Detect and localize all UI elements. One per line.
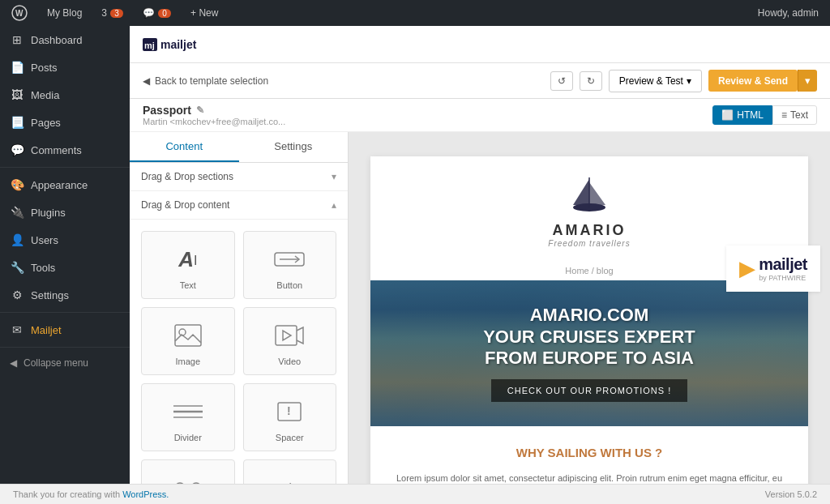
content-item-text[interactable]: AI Text <box>141 231 235 299</box>
left-panel: Content Settings Drag & Drop sections ▾ … <box>130 132 349 504</box>
svg-marker-24 <box>573 179 589 205</box>
hero-cta-button[interactable]: CHECK OUT OUR PROMOTIONS ! <box>491 379 687 402</box>
posts-icon: 📄 <box>10 60 24 75</box>
edit-title-icon[interactable]: ✎ <box>196 105 204 116</box>
content-item-video[interactable]: Video <box>243 307 337 375</box>
review-send-button[interactable]: Review & Send <box>708 70 798 92</box>
comments[interactable]: 💬 0 <box>138 0 176 26</box>
sidebar-item-settings[interactable]: ⚙ Settings <box>0 281 130 309</box>
content-items-grid: AI Text Button <box>130 220 348 504</box>
content-item-button[interactable]: Button <box>243 231 337 299</box>
site-name[interactable]: My Blog <box>42 0 87 26</box>
users-icon: 👤 <box>10 233 24 247</box>
sidebar: ⊞ Dashboard 📄 Posts 🖼 Media 📃 Pages 💬 Co… <box>0 26 130 504</box>
footer-version: Version 5.0.2 <box>765 489 817 499</box>
collapse-menu-button[interactable]: ◀ Collapse menu <box>0 351 130 375</box>
svg-text:mj: mj <box>144 41 155 50</box>
page-footer: Thank you for creating with WordPress. V… <box>130 484 830 504</box>
hero-line3: FROM EUROPE TO ASIA <box>483 348 695 369</box>
back-to-template-button[interactable]: ◀ Back to template selection <box>143 75 268 87</box>
media-icon: 🖼 <box>10 88 24 102</box>
text-view-icon: ≡ <box>781 109 787 121</box>
tab-content[interactable]: Content <box>130 132 239 162</box>
sidebar-item-tools[interactable]: 🔧 Tools <box>0 254 130 281</box>
editor-body: Content Settings Drag & Drop sections ▾ … <box>130 132 830 504</box>
undo-button[interactable]: ↺ <box>550 71 573 91</box>
sidebar-item-users[interactable]: 👤 Users <box>0 226 130 254</box>
email-preview: AMARIO Freedom travellers Home / blog AM… <box>370 156 808 504</box>
mailjet-header: mj mailjet <box>130 26 830 63</box>
appearance-icon: 🎨 <box>10 177 24 192</box>
video-block-icon <box>274 321 305 350</box>
redo-button[interactable]: ↻ <box>580 71 602 91</box>
svg-rect-9 <box>276 326 297 345</box>
sidebar-separator-2 <box>0 312 130 313</box>
sidebar-item-posts[interactable]: 📄 Posts <box>0 53 130 81</box>
tab-html[interactable]: ⬜ HTML <box>712 105 772 125</box>
campaign-subtitle: Martin <mkochev+free@mailjet.co... <box>143 117 285 126</box>
review-send-dropdown-button[interactable]: ▾ <box>798 70 817 92</box>
editor-toolbar: ◀ Back to template selection ↺ ↻ Preview… <box>130 63 830 99</box>
divider-block-icon <box>172 397 204 426</box>
drag-drop-sections-header[interactable]: Drag & Drop sections ▾ <box>130 163 348 191</box>
sidebar-separator-3 <box>0 347 130 348</box>
mailjet-watermark: ▶ mailjet by PATHWIRE <box>726 246 820 292</box>
campaign-info-left: Passport ✎ Martin <mkochev+free@mailjet.… <box>143 104 285 126</box>
brand-name: AMARIO <box>370 222 808 239</box>
toolbar-right: ↺ ↻ Preview & Test ▾ Review & Send ▾ <box>550 70 817 92</box>
admin-bar: W My Blog 3 3 💬 0 + New Howdy, admin <box>0 0 830 26</box>
comments-icon: 💬 <box>10 143 24 157</box>
dashboard-icon: ⊞ <box>10 32 24 47</box>
comments-badge: 0 <box>158 9 171 18</box>
svg-rect-7 <box>175 325 201 346</box>
footer-left: Thank you for creating with WordPress. <box>130 489 169 499</box>
sidebar-item-comments[interactable]: 💬 Comments <box>0 136 130 164</box>
main-content: mj mailjet ◀ Back to template selection … <box>130 26 830 504</box>
sidebar-separator-1 <box>0 167 130 168</box>
collapse-arrow-icon: ◀ <box>10 357 17 369</box>
tools-icon: 🔧 <box>10 260 24 275</box>
plugins-icon: 🔌 <box>10 205 24 220</box>
hero-line2: YOUR CRUISES EXPERT <box>483 327 695 348</box>
wp-logo[interactable]: W <box>6 0 32 26</box>
preview-test-button[interactable]: Preview & Test ▾ <box>609 70 702 92</box>
wordpress-link[interactable]: WordPress. <box>130 489 169 499</box>
tab-settings[interactable]: Settings <box>239 132 349 162</box>
sidebar-item-dashboard[interactable]: ⊞ Dashboard <box>0 26 130 53</box>
updates[interactable]: 3 3 <box>96 0 128 26</box>
hero-line1: AMARIO.COM <box>483 305 695 326</box>
mj-arrow-icon: ▶ <box>739 258 754 280</box>
campaign-title: Passport ✎ <box>143 104 285 117</box>
sidebar-item-media[interactable]: 🖼 Media <box>0 81 130 109</box>
view-tabs: ⬜ HTML ≡ Text <box>712 105 817 125</box>
updates-badge: 3 <box>110 9 123 18</box>
sidebar-item-appearance[interactable]: 🎨 Appearance <box>0 171 130 199</box>
svg-point-8 <box>179 329 186 335</box>
boat-logo <box>565 176 614 219</box>
sections-chevron-icon: ▾ <box>332 171 336 182</box>
sidebar-item-plugins[interactable]: 🔌 Plugins <box>0 199 130 226</box>
why-title: WHY SAILING WITH US ? <box>396 446 782 459</box>
sidebar-item-mailjet[interactable]: ✉ Mailjet <box>0 316 130 344</box>
svg-marker-25 <box>589 182 605 205</box>
back-arrow-icon: ◀ <box>143 75 150 87</box>
sidebar-item-pages[interactable]: 📃 Pages <box>0 109 130 136</box>
tab-text[interactable]: ≡ Text <box>772 105 817 125</box>
content-item-image[interactable]: Image <box>141 307 235 375</box>
svg-text:!: ! <box>287 404 291 417</box>
mj-pathwire-text: by PATHWIRE <box>759 274 807 282</box>
preview-area[interactable]: ▶ mailjet by PATHWIRE <box>349 132 830 504</box>
new-content[interactable]: + New <box>186 0 223 26</box>
content-item-spacer[interactable]: ! Spacer <box>243 383 337 451</box>
spacer-block-icon: ! <box>275 397 304 426</box>
review-send-wrapper: Review & Send ▾ <box>708 70 817 92</box>
howdy[interactable]: Howdy, admin <box>753 0 824 26</box>
drag-drop-content-header[interactable]: Drag & Drop content ▴ <box>130 191 348 220</box>
svg-text:mailjet: mailjet <box>160 38 197 51</box>
content-chevron-icon: ▴ <box>332 199 336 211</box>
svg-marker-10 <box>283 331 291 340</box>
settings-icon: ⚙ <box>10 288 24 302</box>
campaign-info-bar: Passport ✎ Martin <mkochev+free@mailjet.… <box>130 99 830 132</box>
content-item-divider[interactable]: Divider <box>141 383 235 451</box>
email-hero: AMARIO.COM YOUR CRUISES EXPERT FROM EURO… <box>370 280 808 426</box>
